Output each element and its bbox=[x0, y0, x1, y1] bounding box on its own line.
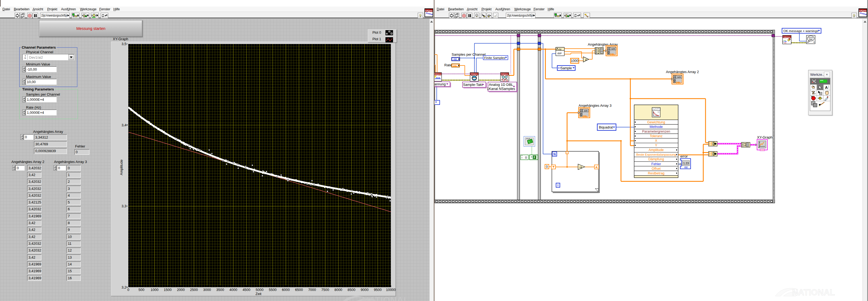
svg-text:i: i bbox=[581, 109, 581, 111]
svg-text:+1: +1 bbox=[579, 166, 582, 169]
svg-text:✕: ✕ bbox=[826, 73, 828, 76]
svg-text:123: 123 bbox=[611, 48, 615, 50]
svg-text:Finite Samples: Finite Samples bbox=[484, 56, 505, 60]
svg-text:OK message + warnings: OK message + warnings bbox=[783, 29, 818, 33]
svg-text:✳: ✳ bbox=[813, 41, 815, 44]
svg-text:Analog 1D DBL: Analog 1D DBL bbox=[489, 83, 513, 87]
svg-text:i: i bbox=[608, 47, 609, 50]
svg-text:1000: 1000 bbox=[571, 59, 579, 63]
svg-text:[ ]: [ ] bbox=[658, 111, 659, 113]
svg-text:Angehängtes Array 2: Angehängtes Array 2 bbox=[666, 70, 699, 74]
svg-text:0: 0 bbox=[525, 156, 527, 159]
svg-text:123: 123 bbox=[677, 76, 681, 78]
svg-text:1.23: 1.23 bbox=[683, 162, 689, 165]
svg-text:σσ²: σσ² bbox=[557, 52, 562, 55]
svg-text:P: P bbox=[819, 97, 821, 100]
svg-text:x: x bbox=[585, 58, 587, 61]
svg-text:DBL: DBL bbox=[676, 81, 681, 84]
svg-text:i: i bbox=[674, 75, 675, 78]
svg-text:Methode: Methode bbox=[650, 125, 663, 129]
svg-text:DAQmx: DAQmx bbox=[471, 73, 478, 75]
svg-text:Amplitude: Amplitude bbox=[649, 148, 664, 152]
svg-text:annung: annung bbox=[435, 82, 446, 86]
svg-text:j: j bbox=[608, 50, 609, 52]
svg-text:N: N bbox=[553, 153, 556, 156]
svg-text:DAQmx: DAQmx bbox=[783, 36, 790, 38]
svg-text:Biquadrat: Biquadrat bbox=[599, 126, 613, 129]
svg-text:?!+: ?!+ bbox=[809, 38, 813, 41]
svg-text:X: X bbox=[655, 139, 657, 143]
svg-text:Offset: Offset bbox=[652, 167, 661, 171]
svg-text:Dämpfung: Dämpfung bbox=[648, 157, 664, 161]
svg-text:i: i bbox=[557, 183, 558, 187]
svg-text:j: j bbox=[581, 112, 581, 114]
svg-text:DBL: DBL bbox=[610, 53, 615, 56]
svg-text:DAQmx: DAQmx bbox=[435, 73, 441, 75]
svg-text:F: F bbox=[533, 156, 535, 159]
svg-text:Werkze...: Werkze... bbox=[810, 73, 825, 77]
svg-text:Rate: Rate bbox=[444, 63, 452, 67]
svg-text:XY-Graph: XY-Graph bbox=[757, 135, 773, 139]
svg-text:Sample-Takt: Sample-Takt bbox=[463, 83, 483, 87]
svg-text:Beste Exponentialanpassung: Beste Exponentialanpassung bbox=[637, 153, 676, 156]
svg-text:DBL: DBL bbox=[453, 65, 458, 67]
svg-text:NATIONAL: NATIONAL bbox=[792, 288, 835, 297]
svg-text:Gewichtung: Gewichtung bbox=[647, 120, 665, 124]
svg-text:Parametergrenzen: Parametergrenzen bbox=[642, 130, 670, 133]
svg-text:DAQmx: DAQmx bbox=[859, 9, 867, 12]
svg-text:I32: I32 bbox=[684, 166, 688, 169]
svg-text:{: { bbox=[783, 40, 784, 43]
svg-text:DBL: DBL bbox=[583, 115, 587, 118]
svg-text:1Kanal NSamples: 1Kanal NSamples bbox=[487, 87, 516, 91]
svg-text:σμ: σμ bbox=[559, 48, 561, 51]
svg-text:NATIONAL: NATIONAL bbox=[362, 295, 409, 301]
svg-text:Angehängtes Array 3: Angehängtes Array 3 bbox=[579, 104, 611, 108]
svg-text:Toleranz: Toleranz bbox=[650, 134, 662, 138]
svg-text:?: ? bbox=[853, 13, 856, 18]
svg-text:Sample: Sample bbox=[561, 66, 572, 70]
svg-text:DAQmx: DAQmx bbox=[501, 73, 508, 75]
svg-text:Example: Example bbox=[860, 12, 867, 16]
svg-text:?: ? bbox=[420, 13, 422, 18]
svg-text:DAQmx: DAQmx bbox=[425, 9, 433, 12]
svg-text:Example: Example bbox=[426, 12, 433, 16]
svg-text:[ ]: [ ] bbox=[566, 152, 568, 154]
svg-text:123: 123 bbox=[584, 109, 588, 112]
svg-text:0: 0 bbox=[546, 165, 548, 169]
svg-text:Fehler: Fehler bbox=[651, 162, 661, 166]
svg-text:Samples per Channel: Samples per Channel bbox=[452, 52, 486, 56]
svg-text:I32: I32 bbox=[454, 58, 457, 61]
svg-text:error: error bbox=[680, 154, 688, 158]
svg-text:Y: Y bbox=[655, 143, 657, 147]
svg-text:Restbetrag: Restbetrag bbox=[648, 171, 664, 175]
svg-text:A: A bbox=[825, 85, 828, 90]
svg-text:j: j bbox=[674, 78, 675, 80]
